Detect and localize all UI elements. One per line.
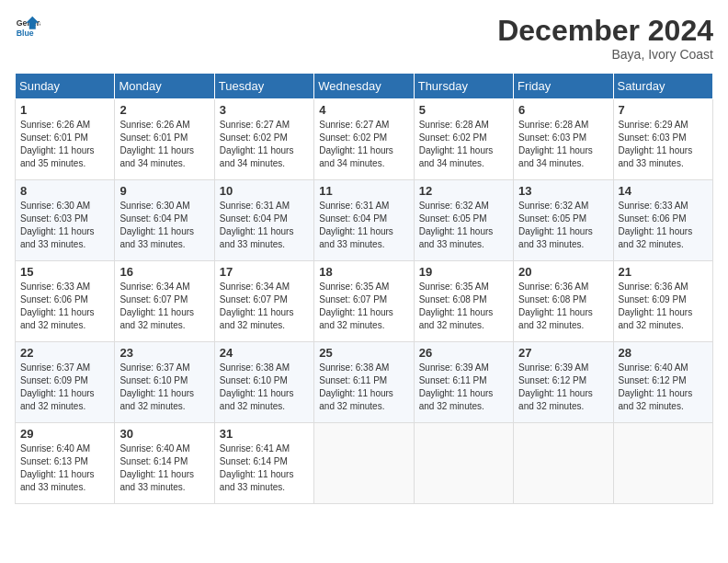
calendar-cell: 29Sunrise: 6:40 AM Sunset: 6:13 PM Dayli…: [16, 423, 115, 504]
day-info: Sunrise: 6:28 AM Sunset: 6:02 PM Dayligh…: [419, 119, 508, 170]
weekday-sunday: Sunday: [16, 74, 115, 99]
calendar-cell: 14Sunrise: 6:33 AM Sunset: 6:06 PM Dayli…: [613, 180, 712, 261]
calendar-cell: 21Sunrise: 6:36 AM Sunset: 6:09 PM Dayli…: [613, 261, 712, 342]
day-info: Sunrise: 6:32 AM Sunset: 6:05 PM Dayligh…: [518, 200, 608, 251]
calendar-cell: 18Sunrise: 6:35 AM Sunset: 6:07 PM Dayli…: [314, 261, 414, 342]
title-block: December 2024 Baya, Ivory Coast: [497, 15, 713, 62]
day-number: 12: [419, 184, 508, 198]
weekday-wednesday: Wednesday: [314, 74, 414, 99]
day-number: 29: [20, 427, 109, 441]
calendar-week-3: 15Sunrise: 6:33 AM Sunset: 6:06 PM Dayli…: [16, 261, 713, 342]
day-info: Sunrise: 6:35 AM Sunset: 6:08 PM Dayligh…: [419, 281, 508, 332]
day-number: 2: [119, 103, 209, 117]
day-number: 6: [518, 103, 608, 117]
day-info: Sunrise: 6:37 AM Sunset: 6:09 PM Dayligh…: [20, 362, 109, 413]
svg-text:Blue: Blue: [17, 29, 34, 38]
day-info: Sunrise: 6:26 AM Sunset: 6:01 PM Dayligh…: [20, 119, 109, 170]
day-info: Sunrise: 6:31 AM Sunset: 6:04 PM Dayligh…: [220, 200, 309, 251]
calendar-week-4: 22Sunrise: 6:37 AM Sunset: 6:09 PM Dayli…: [16, 342, 713, 423]
day-number: 15: [20, 265, 109, 279]
weekday-header-row: SundayMondayTuesdayWednesdayThursdayFrid…: [16, 74, 713, 99]
calendar-cell: 20Sunrise: 6:36 AM Sunset: 6:08 PM Dayli…: [514, 261, 613, 342]
day-info: Sunrise: 6:30 AM Sunset: 6:04 PM Dayligh…: [119, 200, 209, 251]
day-number: 25: [319, 346, 408, 360]
calendar-cell: 13Sunrise: 6:32 AM Sunset: 6:05 PM Dayli…: [514, 180, 613, 261]
calendar-cell: 24Sunrise: 6:38 AM Sunset: 6:10 PM Dayli…: [214, 342, 313, 423]
day-number: 27: [518, 346, 608, 360]
day-number: 21: [619, 265, 708, 279]
calendar-cell: 1Sunrise: 6:26 AM Sunset: 6:01 PM Daylig…: [16, 99, 115, 180]
calendar-cell: [314, 423, 414, 504]
day-number: 13: [518, 184, 608, 198]
calendar-cell: 31Sunrise: 6:41 AM Sunset: 6:14 PM Dayli…: [214, 423, 313, 504]
day-info: Sunrise: 6:30 AM Sunset: 6:03 PM Dayligh…: [20, 200, 109, 251]
calendar-cell: 10Sunrise: 6:31 AM Sunset: 6:04 PM Dayli…: [214, 180, 313, 261]
day-number: 5: [419, 103, 508, 117]
day-info: Sunrise: 6:41 AM Sunset: 6:14 PM Dayligh…: [220, 442, 309, 494]
day-number: 4: [319, 103, 408, 117]
location: Baya, Ivory Coast: [497, 47, 713, 62]
day-info: Sunrise: 6:34 AM Sunset: 6:07 PM Dayligh…: [119, 281, 209, 332]
calendar-cell: [514, 423, 613, 504]
logo: General Blue: [15, 15, 40, 40]
day-number: 14: [619, 184, 708, 198]
calendar-cell: 4Sunrise: 6:27 AM Sunset: 6:02 PM Daylig…: [314, 99, 414, 180]
day-info: Sunrise: 6:33 AM Sunset: 6:06 PM Dayligh…: [20, 281, 109, 332]
calendar-cell: 7Sunrise: 6:29 AM Sunset: 6:03 PM Daylig…: [613, 99, 712, 180]
day-number: 1: [20, 103, 109, 117]
weekday-saturday: Saturday: [613, 74, 712, 99]
day-info: Sunrise: 6:26 AM Sunset: 6:01 PM Dayligh…: [119, 119, 209, 170]
calendar-cell: 8Sunrise: 6:30 AM Sunset: 6:03 PM Daylig…: [16, 180, 115, 261]
day-number: 19: [419, 265, 508, 279]
weekday-monday: Monday: [115, 74, 214, 99]
calendar-cell: 23Sunrise: 6:37 AM Sunset: 6:10 PM Dayli…: [115, 342, 214, 423]
day-info: Sunrise: 6:39 AM Sunset: 6:11 PM Dayligh…: [419, 362, 508, 413]
day-info: Sunrise: 6:28 AM Sunset: 6:03 PM Dayligh…: [518, 119, 608, 170]
calendar-week-5: 29Sunrise: 6:40 AM Sunset: 6:13 PM Dayli…: [16, 423, 713, 504]
day-number: 10: [220, 184, 309, 198]
day-number: 28: [619, 346, 708, 360]
day-number: 23: [119, 346, 209, 360]
page-header: General Blue December 2024 Baya, Ivory C…: [15, 15, 713, 62]
calendar-cell: 6Sunrise: 6:28 AM Sunset: 6:03 PM Daylig…: [514, 99, 613, 180]
calendar-cell: [613, 423, 712, 504]
day-info: Sunrise: 6:31 AM Sunset: 6:04 PM Dayligh…: [319, 200, 408, 251]
day-info: Sunrise: 6:32 AM Sunset: 6:05 PM Dayligh…: [419, 200, 508, 251]
day-info: Sunrise: 6:27 AM Sunset: 6:02 PM Dayligh…: [220, 119, 309, 170]
day-number: 3: [220, 103, 309, 117]
day-info: Sunrise: 6:34 AM Sunset: 6:07 PM Dayligh…: [220, 281, 309, 332]
weekday-thursday: Thursday: [414, 74, 513, 99]
day-number: 22: [20, 346, 109, 360]
day-info: Sunrise: 6:35 AM Sunset: 6:07 PM Dayligh…: [319, 281, 408, 332]
calendar-cell: 11Sunrise: 6:31 AM Sunset: 6:04 PM Dayli…: [314, 180, 414, 261]
calendar-cell: 15Sunrise: 6:33 AM Sunset: 6:06 PM Dayli…: [16, 261, 115, 342]
calendar-cell: 19Sunrise: 6:35 AM Sunset: 6:08 PM Dayli…: [414, 261, 513, 342]
day-number: 26: [419, 346, 508, 360]
day-number: 16: [119, 265, 209, 279]
calendar-cell: 16Sunrise: 6:34 AM Sunset: 6:07 PM Dayli…: [115, 261, 214, 342]
calendar-cell: 5Sunrise: 6:28 AM Sunset: 6:02 PM Daylig…: [414, 99, 513, 180]
day-info: Sunrise: 6:36 AM Sunset: 6:08 PM Dayligh…: [518, 281, 608, 332]
day-number: 11: [319, 184, 408, 198]
day-info: Sunrise: 6:33 AM Sunset: 6:06 PM Dayligh…: [619, 200, 708, 251]
calendar-cell: 26Sunrise: 6:39 AM Sunset: 6:11 PM Dayli…: [414, 342, 513, 423]
svg-text:General: General: [17, 18, 40, 28]
calendar-cell: 22Sunrise: 6:37 AM Sunset: 6:09 PM Dayli…: [16, 342, 115, 423]
calendar-cell: 9Sunrise: 6:30 AM Sunset: 6:04 PM Daylig…: [115, 180, 214, 261]
day-info: Sunrise: 6:38 AM Sunset: 6:11 PM Dayligh…: [319, 362, 408, 413]
calendar-table: SundayMondayTuesdayWednesdayThursdayFrid…: [15, 73, 713, 504]
day-info: Sunrise: 6:40 AM Sunset: 6:12 PM Dayligh…: [619, 362, 708, 413]
calendar-cell: 2Sunrise: 6:26 AM Sunset: 6:01 PM Daylig…: [115, 99, 214, 180]
calendar-body: 1Sunrise: 6:26 AM Sunset: 6:01 PM Daylig…: [16, 99, 713, 504]
day-number: 20: [518, 265, 608, 279]
day-info: Sunrise: 6:38 AM Sunset: 6:10 PM Dayligh…: [220, 362, 309, 413]
day-number: 17: [220, 265, 309, 279]
calendar-cell: [414, 423, 513, 504]
weekday-tuesday: Tuesday: [214, 74, 313, 99]
day-info: Sunrise: 6:40 AM Sunset: 6:13 PM Dayligh…: [20, 442, 109, 494]
month-title: December 2024: [497, 15, 713, 47]
calendar-cell: 12Sunrise: 6:32 AM Sunset: 6:05 PM Dayli…: [414, 180, 513, 261]
day-info: Sunrise: 6:29 AM Sunset: 6:03 PM Dayligh…: [619, 119, 708, 170]
day-info: Sunrise: 6:37 AM Sunset: 6:10 PM Dayligh…: [119, 362, 209, 413]
day-number: 24: [220, 346, 309, 360]
